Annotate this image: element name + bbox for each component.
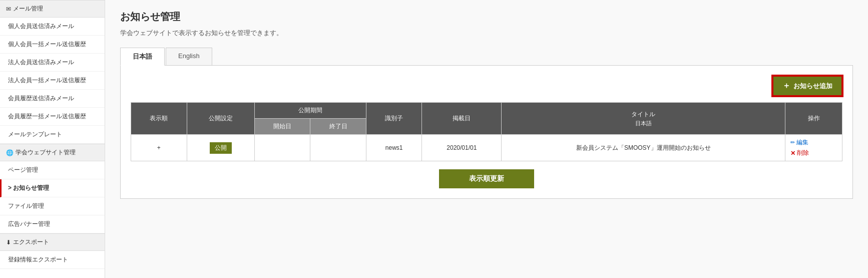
sidebar-item-export-reg[interactable]: 登録情報エクスポート [0,251,105,269]
sidebar-item-label: ページ管理 [8,166,38,173]
tab-english-label: English [178,52,200,60]
col-publish-setting: 公開設定 [187,103,254,135]
x-icon: ✕ [790,150,795,157]
sidebar-item-corporate-bulk[interactable]: 法人会員一括メール送信履歴 [0,72,105,90]
sidebar-item-history-bulk[interactable]: 会員履歴一括メール送信履歴 [0,108,105,126]
pencil-icon: ✏ [790,139,795,146]
plus-icon: ＋ [782,81,790,91]
content-area: ＋ お知らせ追加 表示順 公開設定 公開期間 識別子 [120,66,853,199]
col-publish-period: 公開期間 [254,103,366,119]
sidebar-item-label: ファイル管理 [8,202,44,209]
download-icon: ⬇ [6,239,11,246]
cell-status: 公開 [187,135,254,161]
main-content: お知らせ管理 学会ウェブサイトで表示するお知らせを管理できます。 日本語 Eng… [105,0,868,278]
add-button-row: ＋ お知らせ追加 [131,76,842,96]
sidebar-item-file-mgmt[interactable]: ファイル管理 [0,197,105,215]
sidebar-item-history-sent[interactable]: 会員履歴送信済みメール [0,90,105,108]
sidebar-section-export: ⬇ エクスポート [0,233,105,251]
sidebar-item-corporate-sent[interactable]: 法人会員送信済みメール [0,54,105,72]
status-badge: 公開 [210,142,232,154]
col-start-date: 開始日 [254,119,310,135]
cell-actions: ✏ 編集 ✕ 削除 [785,135,842,161]
tab-english[interactable]: English [166,48,212,65]
sidebar-item-label: メールテンプレート [8,131,62,138]
cell-start-date [254,135,310,161]
sidebar-item-label: 個人会員送信済みメール [8,23,74,30]
language-tabs: 日本語 English [120,48,853,66]
edit-link[interactable]: ✏ 編集 [790,138,837,147]
sidebar-section-export-label: エクスポート [13,238,49,246]
col-identifier: 識別子 [366,103,422,135]
cell-title: 新会員システム「SMOOSY」運用開始のお知らせ [502,135,785,161]
sidebar-item-label: 登録情報エクスポート [8,256,68,263]
sidebar-item-label: お知らせ管理 [13,184,49,191]
col-actions: 操作 [785,103,842,135]
col-display-order: 表示順 [131,103,187,135]
cell-posted-date: 2020/01/01 [422,135,502,161]
add-button-label: お知らせ追加 [793,82,832,91]
drag-handle-icon[interactable]: + [157,144,161,151]
sidebar-item-label: 広告バナー管理 [8,220,50,227]
tab-japanese-label: 日本語 [133,53,152,60]
globe-icon: 🌐 [6,149,14,156]
col-end-date: 終了日 [310,119,366,135]
page-title: お知らせ管理 [120,10,853,24]
cell-end-date [310,135,366,161]
tab-japanese[interactable]: 日本語 [120,48,165,66]
sidebar-item-individual-sent[interactable]: 個人会員送信済みメール [0,18,105,36]
sidebar-item-label: 法人会員送信済みメール [8,59,74,66]
page-description: 学会ウェブサイトで表示するお知らせを管理できます。 [120,29,853,38]
sidebar-item-page-mgmt[interactable]: ページ管理 [0,161,105,179]
sidebar-item-news-mgmt[interactable]: > お知らせ管理 [0,179,105,197]
sidebar: ✉ メール管理 個人会員送信済みメール 個人会員一括メール送信履歴 法人会員送信… [0,0,105,278]
col-posted-date: 掲載日 [422,103,502,135]
news-table: 表示順 公開設定 公開期間 識別子 掲載日 タイトル [131,102,842,161]
sidebar-item-template[interactable]: メールテンプレート [0,126,105,144]
mail-icon: ✉ [6,6,11,13]
col-title: タイトル 日本語 [502,103,785,135]
update-order-button[interactable]: 表示順更新 [439,169,534,188]
sidebar-section-website: 🌐 学会ウェブサイト管理 [0,144,105,161]
sidebar-item-label: 会員履歴一括メール送信履歴 [8,113,86,120]
delete-link[interactable]: ✕ 削除 [790,149,837,157]
add-news-button[interactable]: ＋ お知らせ追加 [772,76,842,96]
sidebar-section-website-label: 学会ウェブサイト管理 [16,148,76,157]
sidebar-item-banner-mgmt[interactable]: 広告バナー管理 [0,215,105,233]
sidebar-section-mail: ✉ メール管理 [0,0,105,18]
sidebar-item-label: 個人会員一括メール送信履歴 [8,41,86,48]
sidebar-section-mail-label: メール管理 [13,5,43,13]
cell-identifier: news1 [366,135,422,161]
sidebar-item-individual-bulk[interactable]: 個人会員一括メール送信履歴 [0,36,105,54]
active-prefix: > [8,184,13,191]
sidebar-item-label: 法人会員一括メール送信履歴 [8,77,86,84]
sidebar-item-label: 会員履歴送信済みメール [8,95,74,102]
update-order-row: 表示順更新 [131,169,842,188]
table-row: + 公開 news1 2020/01/01 新会員システム「SMOOSY」運用開… [131,135,842,161]
cell-display-order: + [131,135,187,161]
